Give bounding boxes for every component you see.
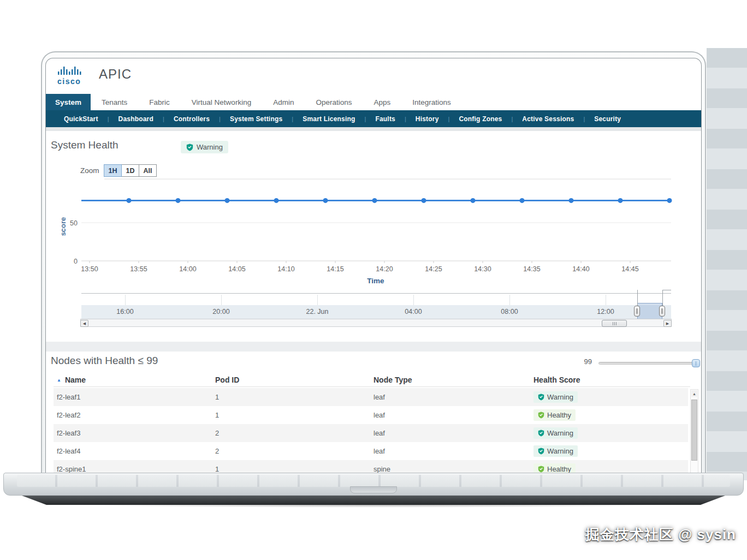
system-health-status-badge: Warning (181, 141, 228, 153)
data-point (372, 198, 377, 203)
cell-pod-id: 2 (215, 429, 374, 437)
data-point (225, 198, 230, 203)
navigator-selection-outline (637, 290, 638, 306)
tab-integrations[interactable]: Integrations (401, 94, 462, 110)
table-scrollbar-track[interactable]: ▲ (690, 389, 698, 475)
cell-name: f2-leaf2 (54, 411, 215, 419)
x-tick-label: 14:25 (425, 265, 442, 273)
table-row[interactable]: f2-leaf42leafWarning (54, 442, 688, 460)
health-threshold-value: 99 (570, 358, 592, 366)
zoom-button-all[interactable]: All (139, 164, 157, 177)
table-row[interactable]: f2-leaf32leafWarning (54, 424, 688, 442)
nodes-table-body: f2-leaf11leafWarningf2-leaf21leafHealthy… (54, 388, 688, 476)
column-header-node-type[interactable]: Node Type (374, 376, 533, 384)
column-header-health-score[interactable]: Health Score (533, 376, 690, 384)
x-tick-label: 14:20 (376, 265, 393, 273)
navigator-left-handle[interactable] (634, 306, 640, 317)
navigator-selection-outline (662, 290, 671, 290)
subnav-item-faults[interactable]: Faults (366, 115, 405, 123)
subnav-item-smart-licensing[interactable]: Smart Licensing (293, 115, 364, 123)
health-badge-label: Healthy (547, 465, 571, 473)
zoom-button-1h[interactable]: 1H (104, 164, 122, 177)
column-header-pod-id[interactable]: Pod ID (215, 376, 374, 384)
chevron-right-icon[interactable]: ▶ (663, 320, 672, 327)
x-tick-label: 14:10 (277, 265, 294, 273)
subnav-item-controllers[interactable]: Controllers (164, 115, 219, 123)
y-axis-title: score (59, 217, 67, 236)
data-point (667, 198, 672, 203)
nodes-table-header: ▲NamePod IDNode TypeHealth Score (54, 373, 690, 387)
x-tick-label: 14:05 (228, 265, 245, 273)
column-header-name[interactable]: ▲Name (54, 376, 215, 384)
subnav-item-history[interactable]: History (406, 115, 448, 123)
shield-icon (538, 466, 544, 473)
y-tick-label: 0 (74, 258, 78, 265)
slider-thumb[interactable] (692, 359, 700, 367)
health-badge-label: Warning (547, 393, 573, 401)
laptop-keys (17, 475, 730, 487)
laptop-base (22, 496, 725, 505)
data-point (127, 198, 132, 203)
apic-window: cisco APIC SystemTenantsFabricVirtual Ne… (46, 58, 702, 476)
column-header-label: Pod ID (215, 376, 239, 384)
laptop-keyboard-deck (3, 473, 744, 496)
cell-node-type: leaf (374, 393, 533, 401)
tab-system[interactable]: System (46, 94, 91, 110)
subnav-item-security[interactable]: Security (585, 115, 630, 123)
navigator-tick-label: 20:00 (199, 308, 243, 315)
zoom-button-1d[interactable]: 1D (121, 164, 139, 177)
data-point (520, 198, 525, 203)
data-point (422, 198, 426, 203)
x-tick-label: 14:45 (621, 265, 638, 273)
system-health-title: System Health (51, 139, 118, 151)
navigator-scrollbar-track[interactable] (80, 319, 672, 327)
navigator-scrollbar-thumb[interactable] (602, 320, 627, 327)
shield-icon (538, 448, 544, 455)
subnav-item-active-sessions[interactable]: Active Sessions (513, 115, 583, 123)
shield-icon (538, 394, 544, 401)
cell-pod-id: 1 (215, 465, 374, 473)
chevron-left-icon[interactable]: ◀ (80, 320, 88, 327)
scroll-up-icon[interactable]: ▲ (691, 390, 697, 397)
health-badge: Warning (533, 427, 578, 439)
tab-virtual-networking[interactable]: Virtual Networking (181, 94, 262, 110)
sub-nav: QuickStart|Dashboard|Controllers|System … (46, 110, 702, 127)
cell-node-type: leaf (374, 447, 533, 455)
navigator-tick-label: 16:00 (103, 308, 147, 315)
tab-admin[interactable]: Admin (262, 94, 305, 110)
navigator-band (81, 305, 671, 319)
subnav-item-dashboard[interactable]: Dashboard (109, 115, 163, 123)
cell-name: f2-leaf3 (54, 429, 215, 437)
data-point (323, 198, 328, 203)
table-row[interactable]: f2-leaf21leafHealthy (54, 406, 688, 424)
tab-operations[interactable]: Operations (305, 94, 363, 110)
tab-fabric[interactable]: Fabric (138, 94, 181, 110)
health-score-line-chart: 05013:5013:5514:0014:0514:1014:1514:2014… (46, 178, 679, 288)
navigator-axis-line (81, 293, 671, 294)
data-point (176, 198, 181, 203)
health-badge: Warning (533, 445, 578, 457)
health-badge-label: Warning (547, 429, 573, 437)
x-tick-label: 14:30 (474, 265, 491, 273)
cisco-logo-text: cisco (57, 77, 81, 86)
subnav-item-quickstart[interactable]: QuickStart (55, 115, 108, 123)
navigator-tick-label: 22. Jun (295, 308, 339, 315)
table-scrollbar-thumb[interactable] (691, 400, 697, 461)
health-threshold-slider[interactable] (598, 362, 699, 365)
subnav-item-system-settings[interactable]: System Settings (221, 115, 292, 123)
laptop-screen-bezel: cisco APIC SystemTenantsFabricVirtual Ne… (45, 58, 702, 476)
laptop-lid-notch (350, 486, 397, 493)
table-row[interactable]: f2-leaf11leafWarning (54, 388, 688, 406)
x-axis-title: Time (367, 277, 384, 285)
x-tick-label: 14:35 (523, 265, 540, 273)
cell-health-score: Warning (533, 391, 688, 403)
navigator-right-handle[interactable] (659, 306, 665, 317)
tab-apps[interactable]: Apps (363, 94, 401, 110)
health-badge-label: Healthy (547, 411, 571, 419)
subnav-item-config-zones[interactable]: Config Zones (449, 115, 511, 123)
sort-asc-icon: ▲ (57, 378, 61, 383)
cell-node-type: leaf (374, 429, 533, 437)
shield-icon (186, 144, 193, 151)
tab-tenants[interactable]: Tenants (91, 94, 138, 110)
health-badge: Healthy (533, 409, 576, 421)
